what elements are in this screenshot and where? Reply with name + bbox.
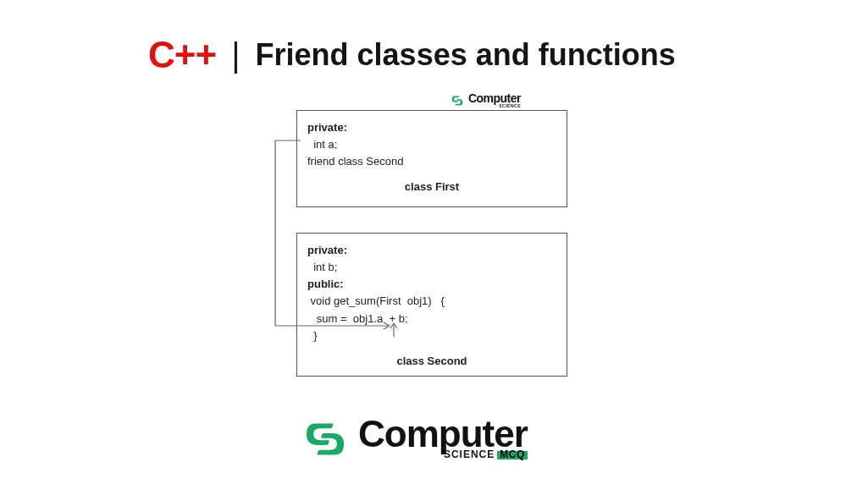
code-line: private: <box>307 242 556 259</box>
code-line: int a; <box>307 136 556 153</box>
code-line: private: <box>307 119 556 136</box>
code-line: void get_sum(First obj1) { <box>307 293 556 310</box>
class-label-first: class First <box>307 180 556 195</box>
brand-logo-small: Computer SCIENCE <box>450 93 521 108</box>
language-badge: C++ <box>148 34 216 76</box>
logo-mcq-badge: MCQ <box>497 451 528 459</box>
chain-link-icon <box>450 93 465 108</box>
code-line: int b; <box>307 259 556 276</box>
class-box-first: private: int a; friend class Second clas… <box>296 110 567 207</box>
code-line: sum = obj1.a + b; <box>307 311 556 327</box>
code-line: public: <box>307 276 556 293</box>
class-box-second: private: int b; public: void get_sum(Fir… <box>296 233 567 377</box>
class-label-second: class Second <box>307 355 556 369</box>
brand-logo-large: Computer SCIENCE MCQ <box>301 415 528 464</box>
page-title: Friend classes and functions <box>256 37 676 73</box>
diagram-area: Computer SCIENCE private: int a; friend … <box>296 110 567 402</box>
logo-subtext-large: SCIENCE <box>444 451 495 459</box>
logo-word-small: Computer <box>468 94 521 103</box>
page-header: C++ | Friend classes and functions <box>148 34 676 76</box>
code-line: } <box>307 327 556 344</box>
code-line: friend class Second <box>307 153 556 170</box>
logo-word-large: Computer <box>358 419 528 449</box>
chain-link-icon <box>301 415 350 464</box>
logo-subtext-small: SCIENCE <box>499 104 521 107</box>
header-divider: | <box>231 36 240 74</box>
